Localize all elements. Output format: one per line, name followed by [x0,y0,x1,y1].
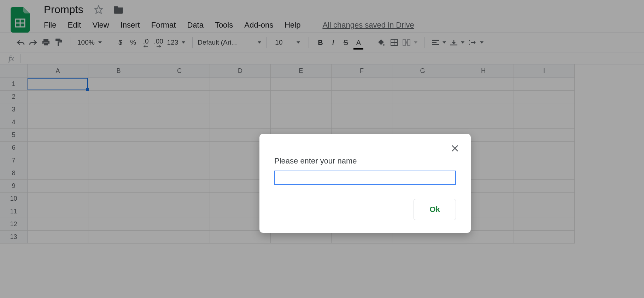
ok-button[interactable]: Ok [414,199,456,220]
dialog-input[interactable] [274,171,456,185]
prompt-dialog: Please enter your name Ok [259,134,471,233]
modal-overlay[interactable]: Please enter your name Ok [0,0,644,298]
dialog-actions: Ok [274,199,456,220]
close-icon[interactable] [451,144,459,154]
dialog-prompt-text: Please enter your name [274,156,456,166]
